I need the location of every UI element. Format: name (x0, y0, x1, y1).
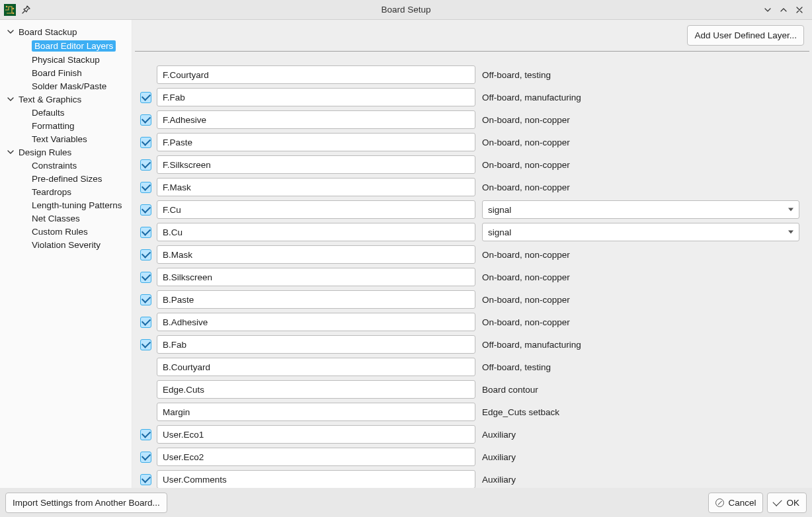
layer-enable-checkbox[interactable] (140, 249, 151, 260)
layer-name-input[interactable]: B.Adhesive (157, 313, 475, 331)
layer-row: User.Eco2Auxiliary (135, 446, 809, 468)
layer-name-input[interactable]: F.Courtyard (157, 65, 475, 84)
select-value: signal (488, 227, 511, 237)
layer-name-input[interactable]: F.Silkscreen (157, 155, 475, 174)
tree-item[interactable]: Text Variables (0, 132, 132, 145)
tree-item[interactable]: Length-tuning Patterns (0, 198, 132, 212)
button-label: Add User Defined Layer... (694, 30, 797, 40)
layer-enable-checkbox[interactable] (140, 227, 151, 238)
tree-item[interactable]: Teardrops (0, 185, 132, 198)
layer-row: B.MaskOn-board, non-copper (135, 243, 809, 266)
tree-item[interactable]: Custom Rules (0, 225, 132, 238)
layer-name-input[interactable]: B.Mask (157, 245, 475, 264)
tree-label: Solder Mask/Paste (32, 81, 106, 91)
window-title: Board Setup (0, 5, 812, 15)
ok-button[interactable]: OK (767, 493, 807, 513)
layer-type-label: Off-board, manufacturing (482, 340, 799, 350)
layer-enable-checkbox[interactable] (140, 159, 151, 171)
tree-item[interactable]: Constraints (0, 159, 132, 172)
titlebar: Board Setup (0, 0, 812, 20)
layer-name-input[interactable]: B.Courtyard (157, 358, 475, 376)
checkbox-placeholder (140, 69, 151, 81)
layer-enable-checkbox[interactable] (140, 429, 151, 440)
tree-item[interactable]: Solder Mask/Paste (0, 79, 132, 93)
layers-list[interactable]: F.CourtyardOff-board, testingF.FabOff-bo… (132, 52, 812, 488)
layer-row: F.FabOff-board, manufacturing (135, 86, 809, 108)
tree-label: Net Classes (32, 214, 80, 223)
tree-section[interactable]: Design Rules (0, 145, 132, 159)
layer-enable-checkbox[interactable] (140, 474, 151, 485)
pin-icon[interactable] (21, 5, 30, 15)
tree-item[interactable]: Physical Stackup (0, 53, 132, 66)
import-settings-button[interactable]: Import Settings from Another Board... (5, 493, 167, 513)
layer-row: F.MaskOn-board, non-copper (135, 176, 809, 198)
layer-enable-checkbox[interactable] (140, 339, 151, 350)
tree-item[interactable]: Board Finish (0, 66, 132, 79)
cancel-button[interactable]: Cancel (708, 493, 763, 513)
tree-item[interactable]: Violation Severity (0, 238, 132, 251)
layer-name-input[interactable]: F.Cu (157, 200, 475, 219)
layer-type-label: Board contour (482, 385, 799, 395)
chevron-down-icon[interactable] (7, 148, 15, 156)
tree-item[interactable]: Pre-defined Sizes (0, 172, 132, 185)
layer-type-label: Edge_Cuts setback (482, 407, 799, 417)
layer-enable-checkbox[interactable] (140, 452, 151, 463)
layer-name-input[interactable]: F.Paste (157, 133, 475, 151)
tree-label: Formatting (32, 121, 75, 131)
layer-type-label: Auxiliary (482, 475, 799, 485)
minimize-button[interactable] (763, 5, 772, 15)
layer-enable-checkbox[interactable] (140, 272, 151, 283)
layer-name-input[interactable]: B.Silkscreen (157, 268, 475, 286)
layer-type-select[interactable]: signal (482, 223, 799, 241)
tree-section[interactable]: Text & Graphics (0, 93, 132, 106)
layer-enable-checkbox[interactable] (140, 204, 151, 216)
tree-item[interactable]: Net Classes (0, 212, 132, 225)
maximize-button[interactable] (779, 5, 788, 15)
chevron-down-icon[interactable] (7, 28, 15, 36)
close-button[interactable] (795, 5, 804, 15)
checkbox-placeholder (140, 407, 151, 418)
tree-label: Pre-defined Sizes (32, 174, 102, 184)
layer-type-label: On-board, non-copper (482, 115, 799, 125)
layer-name-input[interactable]: B.Paste (157, 290, 475, 309)
tree-item[interactable]: Defaults (0, 106, 132, 119)
check-icon (773, 497, 782, 506)
tree-label: Teardrops (32, 187, 71, 197)
layer-name-input[interactable]: Margin (157, 403, 475, 421)
layer-row: F.CourtyardOff-board, testing (135, 63, 809, 86)
chevron-down-icon[interactable] (7, 95, 15, 103)
layer-name-input[interactable]: User.Eco2 (157, 448, 475, 466)
layer-type-label: On-board, non-copper (482, 160, 799, 170)
add-user-defined-layer-button[interactable]: Add User Defined Layer... (687, 25, 804, 46)
layer-type-label: On-board, non-copper (482, 295, 799, 305)
layer-name-input[interactable]: User.Eco1 (157, 425, 475, 444)
layer-name-input[interactable]: F.Adhesive (157, 110, 475, 129)
layer-type-label: On-board, non-copper (482, 182, 799, 192)
layer-type-select[interactable]: signal (482, 200, 799, 219)
layer-row: B.AdhesiveOn-board, non-copper (135, 311, 809, 333)
tree-section[interactable]: Board Stackup (0, 25, 132, 38)
layer-enable-checkbox[interactable] (140, 182, 151, 193)
tree-label: Custom Rules (32, 227, 88, 237)
svg-point-3 (13, 12, 15, 14)
layer-name-input[interactable]: User.Comments (157, 470, 475, 488)
layer-name-input[interactable]: F.Mask (157, 178, 475, 196)
tree-item[interactable]: Board Editor Layers (0, 38, 132, 53)
layer-enable-checkbox[interactable] (140, 92, 151, 103)
tree-label: Board Stackup (19, 27, 77, 37)
tree-label: Violation Severity (32, 240, 101, 250)
tree-item[interactable]: Formatting (0, 119, 132, 132)
layer-name-input[interactable]: B.Fab (157, 335, 475, 354)
layer-row: F.SilkscreenOn-board, non-copper (135, 153, 809, 176)
layer-name-input[interactable]: B.Cu (157, 223, 475, 241)
layer-name-input[interactable]: F.Fab (157, 88, 475, 106)
layer-enable-checkbox[interactable] (140, 114, 151, 126)
layer-type-label: Off-board, testing (482, 70, 799, 80)
layer-type-label: On-board, non-copper (482, 138, 799, 147)
tree-label: Physical Stackup (32, 55, 100, 65)
layer-enable-checkbox[interactable] (140, 294, 151, 305)
layer-enable-checkbox[interactable] (140, 137, 151, 148)
layer-enable-checkbox[interactable] (140, 317, 151, 328)
layer-row: B.FabOff-board, manufacturing (135, 333, 809, 356)
layer-name-input[interactable]: Edge.Cuts (157, 380, 475, 399)
